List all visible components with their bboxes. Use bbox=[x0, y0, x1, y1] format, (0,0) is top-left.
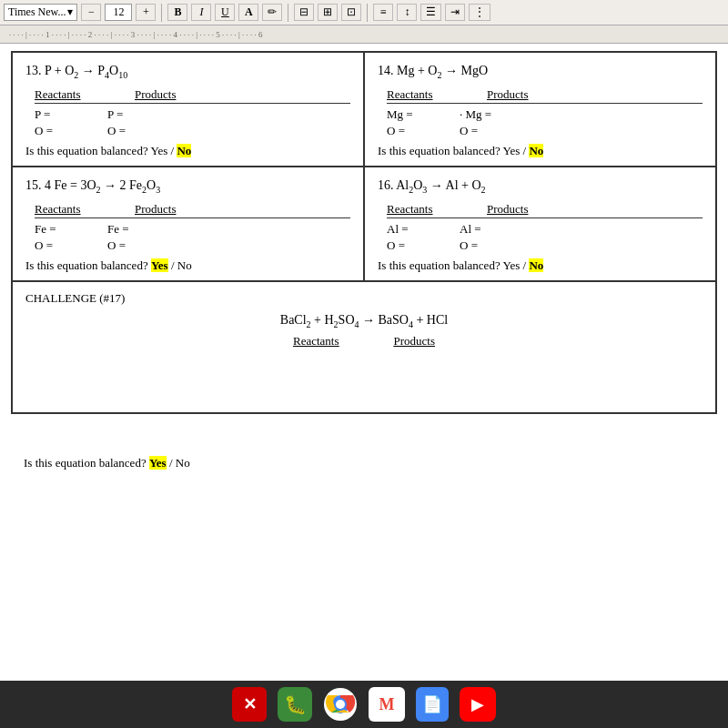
link-button[interactable]: ⊟ bbox=[294, 4, 314, 21]
problem-14-title: 14. Mg + O2 → MgO bbox=[378, 62, 703, 82]
problem-15-o-reactant: O = bbox=[35, 238, 107, 253]
challenge-reactants-label: Reactants bbox=[293, 334, 339, 349]
italic-button[interactable]: I bbox=[191, 4, 211, 21]
challenge-answer: Yes bbox=[149, 456, 167, 470]
challenge-products-label: Products bbox=[394, 334, 436, 349]
font-size-selector[interactable]: 12 bbox=[105, 4, 132, 21]
problem-16-al-reactant: Al = bbox=[387, 222, 460, 237]
challenge-table-header: Reactants Products bbox=[25, 334, 703, 349]
problem-16-products-label: Products bbox=[487, 202, 541, 217]
problem-14-mg-reactant: Mg = bbox=[387, 107, 460, 122]
problem-13-products-label: Products bbox=[135, 87, 189, 102]
problem-14-atom-rows: Mg = · Mg = O = O = bbox=[387, 107, 703, 138]
problem-16-title: 16. Al2O3 → Al + O2 bbox=[378, 177, 703, 197]
toolbar: Times New... ▾ − 12 + B I U A ✏ ⊟ ⊞ ⊡ ≡ … bbox=[0, 0, 728, 25]
problem-13-o-reactant: O = bbox=[35, 124, 107, 138]
font-color-button[interactable]: A bbox=[238, 4, 258, 21]
underline-button[interactable]: U bbox=[215, 4, 235, 21]
problem-15-o-row: O = O = bbox=[35, 238, 350, 253]
chrome-svg-icon bbox=[324, 688, 357, 721]
font-dropdown-icon[interactable]: ▾ bbox=[67, 5, 73, 19]
bold-button[interactable]: B bbox=[167, 4, 187, 21]
ruler: · · · · | · · · · 1 · · · · | · · · · 2 … bbox=[0, 25, 728, 44]
youtube-icon: ▶ bbox=[471, 694, 484, 714]
problem-15-atom-rows: Fe = Fe = O = O = bbox=[35, 222, 350, 253]
problem-14-products-label: Products bbox=[487, 87, 541, 102]
problem-13-reactants-label: Reactants bbox=[35, 87, 98, 102]
font-size-increase-button[interactable]: + bbox=[136, 4, 156, 21]
problem-16-cell: 16. Al2O3 → Al + O2 Reactants Products A… bbox=[364, 167, 716, 281]
taskbar-icon-bug[interactable]: 🐛 bbox=[278, 687, 312, 722]
problem-16-reactants-label: Reactants bbox=[387, 202, 450, 217]
toolbar-separator-1 bbox=[161, 4, 162, 22]
problem-16-atom-rows: Al = Al = O = O = bbox=[387, 222, 703, 253]
gmail-icon: M bbox=[379, 695, 395, 714]
problem-15-fe-reactant: Fe = bbox=[35, 222, 107, 237]
font-name-selector[interactable]: Times New... ▾ bbox=[4, 4, 77, 21]
taskbar-icon-docs[interactable]: 📄 bbox=[416, 687, 449, 722]
problem-13-o-product: O = bbox=[107, 124, 180, 138]
table-button[interactable]: ⊡ bbox=[341, 4, 361, 21]
problem-14-mg-product: · Mg = bbox=[460, 107, 532, 122]
problem-14-o-row: O = O = bbox=[387, 124, 703, 138]
ruler-content: · · · · | · · · · 1 · · · · | · · · · 2 … bbox=[9, 30, 719, 39]
problem-15-fe-row: Fe = Fe = bbox=[35, 222, 350, 237]
font-size-label: 12 bbox=[113, 5, 124, 19]
taskbar-icon-youtube[interactable]: ▶ bbox=[460, 687, 496, 722]
font-size-decrease-button[interactable]: − bbox=[81, 4, 101, 21]
problem-13-answer: No bbox=[177, 144, 191, 157]
more-button[interactable]: ⋮ bbox=[469, 4, 490, 21]
toolbar-separator-3 bbox=[367, 4, 368, 22]
problem-14-answer: No bbox=[529, 144, 543, 157]
problem-16-al-row: Al = Al = bbox=[387, 222, 703, 237]
problem-15-reactants-label: Reactants bbox=[35, 202, 98, 217]
indent-button[interactable]: ⇥ bbox=[445, 4, 465, 21]
problem-13-table-header: Reactants Products bbox=[35, 87, 350, 104]
problem-15-fe-product: Fe = bbox=[107, 222, 180, 237]
problem-16-answer: No bbox=[529, 258, 543, 272]
image-button[interactable]: ⊞ bbox=[318, 4, 338, 21]
problem-13-balanced: Is this equation balanced? Yes / No bbox=[25, 144, 350, 158]
problem-14-reactants-label: Reactants bbox=[387, 87, 450, 102]
problem-14-table-header: Reactants Products bbox=[387, 87, 703, 104]
problem-15-o-product: O = bbox=[107, 238, 180, 253]
taskbar: ✕ 🐛 M 📄 ▶ bbox=[0, 681, 728, 728]
problem-13-atom-rows: P = P = O = O = bbox=[35, 107, 350, 138]
docs-icon: 📄 bbox=[422, 694, 442, 714]
ruler-mark-1: · · · · | · · · · 1 · · · · | · · · · 2 … bbox=[9, 30, 263, 39]
problem-15-answer: Yes bbox=[151, 258, 168, 272]
challenge-cell: CHALLENGE (#17) BaCl2 + H2SO4 → BaSO4 + … bbox=[12, 281, 716, 414]
x-icon: ✕ bbox=[243, 694, 257, 714]
problem-14-cell: 14. Mg + O2 → MgO Reactants Products Mg … bbox=[364, 52, 716, 167]
problem-16-o-product: O = bbox=[460, 238, 532, 253]
problem-15-title: 15. 4 Fe = 3O2 → 2 Fe2O3 bbox=[25, 177, 350, 197]
problem-15-balanced: Is this equation balanced? Yes / No bbox=[25, 258, 350, 273]
highlight-button[interactable]: ✏ bbox=[262, 4, 282, 21]
problem-15-products-label: Products bbox=[135, 202, 189, 217]
align-button[interactable]: ≡ bbox=[373, 4, 393, 21]
problem-15-table-header: Reactants Products bbox=[35, 202, 350, 218]
taskbar-icon-x[interactable]: ✕ bbox=[232, 687, 267, 722]
list-button[interactable]: ☰ bbox=[420, 4, 441, 21]
problem-13-p-product: P = bbox=[107, 107, 180, 122]
problem-14-o-reactant: O = bbox=[387, 124, 460, 138]
problem-16-o-reactant: O = bbox=[387, 238, 460, 253]
document-area: 13. P + O2 → P4O10 Reactants Products P … bbox=[0, 44, 728, 681]
problem-16-al-product: Al = bbox=[460, 222, 532, 237]
problem-16-o-row: O = O = bbox=[387, 238, 703, 253]
toolbar-separator-2 bbox=[288, 4, 288, 22]
problem-13-cell: 13. P + O2 → P4O10 Reactants Products P … bbox=[12, 52, 364, 167]
problem-16-table-header: Reactants Products bbox=[387, 202, 703, 218]
bottom-section: Is this equation balanced? Yes / No bbox=[11, 414, 717, 478]
line-spacing-button[interactable]: ↕ bbox=[397, 4, 417, 21]
svg-point-3 bbox=[336, 700, 345, 709]
problem-13-o-row: O = O = bbox=[35, 124, 350, 138]
challenge-title: CHALLENGE (#17) bbox=[25, 291, 703, 306]
problem-14-o-product: O = bbox=[460, 124, 532, 138]
challenge-balanced: Is this equation balanced? Yes / No bbox=[24, 456, 704, 470]
taskbar-icon-gmail[interactable]: M bbox=[369, 687, 405, 722]
problem-16-balanced: Is this equation balanced? Yes / No bbox=[378, 258, 703, 273]
problem-grid: 13. P + O2 → P4O10 Reactants Products P … bbox=[11, 51, 717, 414]
problem-13-title: 13. P + O2 → P4O10 bbox=[25, 62, 350, 82]
taskbar-icon-chrome[interactable] bbox=[323, 687, 358, 722]
